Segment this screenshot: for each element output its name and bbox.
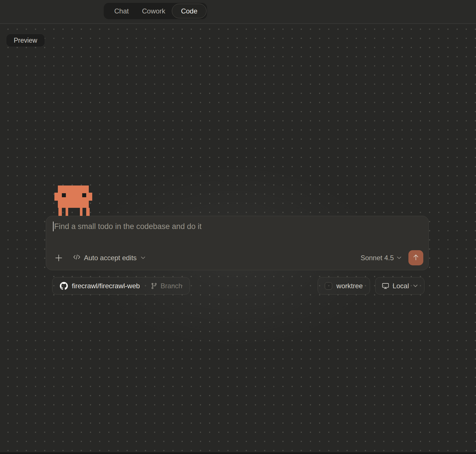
preview-badge[interactable]: Preview [6,34,45,47]
prompt-composer: Find a small todo in the codebase and do… [46,216,429,270]
chevron-down-icon [397,256,402,259]
chevron-down-icon [141,256,145,259]
arrow-up-icon [412,254,420,262]
prompt-input[interactable]: Find a small todo in the codebase and do… [53,221,422,232]
branch-placeholder: Branch [160,282,182,290]
app-window: Chat Cowork Code Preview Find a small to… [0,0,476,454]
repo-selector[interactable]: firecrawl/firecrawl-web Branch [52,277,190,295]
branch-selector[interactable]: Branch [151,282,182,290]
model-label: Sonnet 4.5 [361,254,394,262]
worktree-toggle[interactable]: worktree [318,277,370,295]
composer-toolbar: Auto accept edits Sonnet 4.5 [52,250,423,265]
worktree-label: worktree [337,282,363,290]
prompt-placeholder: Find a small todo in the codebase and do… [54,221,202,232]
submit-button[interactable] [408,250,423,265]
repo-name: firecrawl/firecrawl-web [72,282,140,290]
pixel-mascot [54,185,92,216]
mascot-eye-right [82,193,86,197]
model-select[interactable]: Sonnet 4.5 [361,254,402,262]
git-branch-icon [151,283,158,289]
mascot-eye-left [62,193,66,197]
auto-accept-edits-button[interactable]: Auto accept edits [73,254,145,262]
mode-tab-group: Chat Cowork Code [104,3,207,19]
environment-label: Local [393,282,409,290]
github-icon [60,282,68,290]
monitor-icon [382,282,389,290]
mascot-leg [66,208,68,216]
tab-code[interactable]: Code [172,4,206,18]
mascot-ear-left [54,193,58,201]
composer-toolbar-right: Sonnet 4.5 [361,250,423,265]
mascot-ear-right [88,193,92,201]
tab-cowork[interactable]: Cowork [135,3,172,19]
attach-button[interactable] [52,252,65,264]
mascot-leg [80,208,82,216]
mascot-leg [58,208,62,216]
plus-icon [55,254,63,262]
auto-accept-label: Auto accept edits [84,254,137,262]
repo-bar-right: worktree Local [318,277,424,295]
repo-bar: firecrawl/firecrawl-web Branch worktree [52,277,424,295]
bottom-strip [0,452,476,454]
top-bar: Chat Cowork Code [0,0,476,24]
worktree-checkbox[interactable] [325,282,332,290]
tab-chat[interactable]: Chat [108,3,135,19]
code-icon [73,254,80,262]
chevron-down-icon [413,284,418,287]
environment-selector[interactable]: Local [375,277,424,295]
canvas-area: Preview Find a small todo in the codebas… [0,24,476,454]
mascot-leg [86,208,90,216]
